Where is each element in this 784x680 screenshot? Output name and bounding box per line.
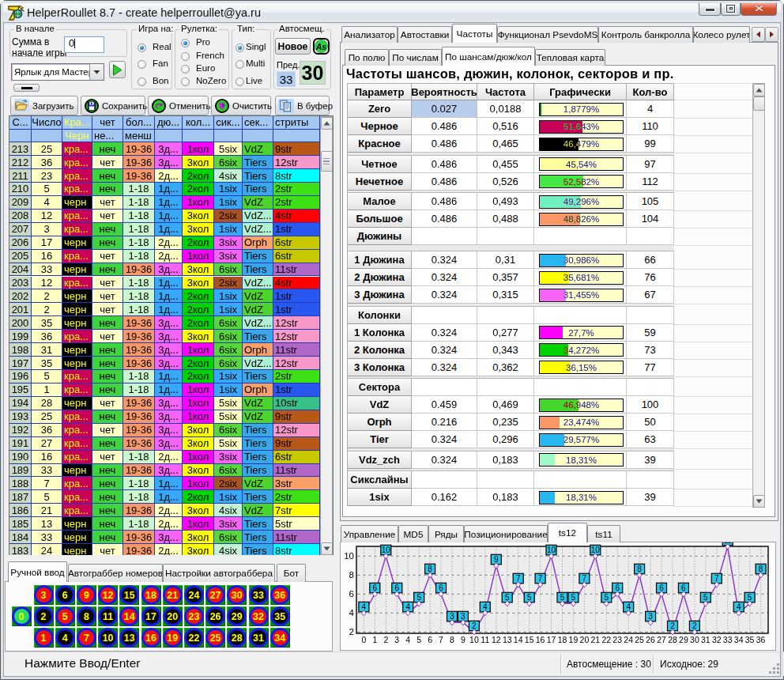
svg-text:29: 29 — [679, 635, 688, 644]
svg-text:4: 4 — [405, 603, 410, 611]
svg-text:7: 7 — [538, 574, 543, 583]
svg-text:2: 2 — [670, 621, 675, 630]
svg-text:6: 6 — [439, 584, 443, 592]
svg-text:3: 3 — [461, 612, 466, 621]
svg-text:10: 10 — [382, 546, 391, 554]
svg-text:3: 3 — [648, 612, 653, 621]
svg-text:23: 23 — [612, 635, 622, 644]
svg-text:12: 12 — [492, 635, 501, 644]
svg-text:3: 3 — [394, 635, 399, 644]
svg-text:7: 7 — [516, 574, 521, 583]
svg-text:4: 4 — [737, 603, 741, 611]
svg-text:28: 28 — [668, 635, 677, 644]
svg-text:9: 9 — [461, 635, 466, 644]
svg-text:8: 8 — [428, 565, 432, 573]
svg-text:4: 4 — [626, 603, 631, 611]
svg-text:20: 20 — [580, 635, 590, 644]
svg-text:6: 6 — [428, 635, 432, 644]
svg-text:18: 18 — [558, 635, 567, 644]
svg-text:30: 30 — [690, 635, 699, 644]
svg-text:32: 32 — [712, 635, 722, 644]
svg-text:2: 2 — [692, 621, 697, 630]
svg-text:11: 11 — [481, 635, 489, 644]
svg-text:5: 5 — [748, 593, 752, 602]
svg-text:6: 6 — [681, 584, 686, 592]
svg-text:5: 5 — [416, 593, 421, 602]
svg-text:4: 4 — [362, 603, 367, 611]
svg-text:8: 8 — [759, 565, 763, 573]
svg-text:13: 13 — [503, 635, 512, 644]
svg-text:21: 21 — [590, 635, 600, 644]
svg-text:6: 6 — [349, 589, 354, 599]
svg-text:8: 8 — [637, 565, 642, 573]
svg-text:27: 27 — [657, 635, 666, 644]
svg-text:10: 10 — [591, 546, 601, 554]
svg-text:35: 35 — [745, 635, 755, 644]
svg-text:5: 5 — [505, 593, 510, 602]
svg-text:4: 4 — [483, 603, 488, 611]
svg-text:34: 34 — [734, 635, 744, 644]
svg-text:19: 19 — [569, 635, 579, 644]
svg-text:31: 31 — [701, 635, 710, 644]
svg-text:0: 0 — [361, 635, 366, 644]
svg-text:8: 8 — [450, 635, 454, 644]
svg-text:1: 1 — [372, 635, 377, 644]
svg-text:5: 5 — [703, 593, 708, 602]
svg-text:16: 16 — [536, 635, 545, 644]
svg-text:25: 25 — [635, 635, 644, 644]
svg-text:26: 26 — [646, 635, 655, 644]
svg-text:6: 6 — [373, 584, 378, 592]
svg-text:22: 22 — [601, 635, 611, 644]
svg-text:4: 4 — [405, 635, 410, 644]
svg-text:14: 14 — [514, 635, 523, 644]
svg-text:2: 2 — [349, 627, 354, 637]
svg-text:6: 6 — [615, 584, 620, 592]
svg-text:10: 10 — [547, 546, 556, 554]
svg-text:33: 33 — [723, 635, 733, 644]
svg-text:8: 8 — [349, 570, 354, 580]
svg-text:7: 7 — [714, 574, 719, 583]
svg-text:6: 6 — [394, 584, 399, 592]
svg-text:10: 10 — [344, 551, 354, 561]
svg-text:5: 5 — [527, 593, 532, 602]
svg-text:5: 5 — [605, 593, 609, 602]
svg-text:7: 7 — [582, 574, 587, 583]
svg-text:7: 7 — [439, 635, 443, 644]
svg-text:10: 10 — [469, 635, 479, 644]
svg-text:36: 36 — [756, 635, 766, 644]
svg-text:5: 5 — [416, 635, 421, 644]
svg-text:3: 3 — [450, 612, 454, 621]
svg-text:2: 2 — [383, 635, 388, 644]
svg-text:24: 24 — [624, 635, 633, 644]
svg-text:5: 5 — [571, 593, 576, 602]
svg-text:17: 17 — [547, 635, 556, 644]
svg-text:6: 6 — [659, 584, 664, 592]
svg-text:2: 2 — [472, 621, 477, 630]
svg-text:5: 5 — [560, 593, 565, 602]
svg-text:15: 15 — [525, 635, 534, 644]
svg-text:9: 9 — [494, 555, 499, 564]
svg-text:4: 4 — [349, 608, 355, 618]
